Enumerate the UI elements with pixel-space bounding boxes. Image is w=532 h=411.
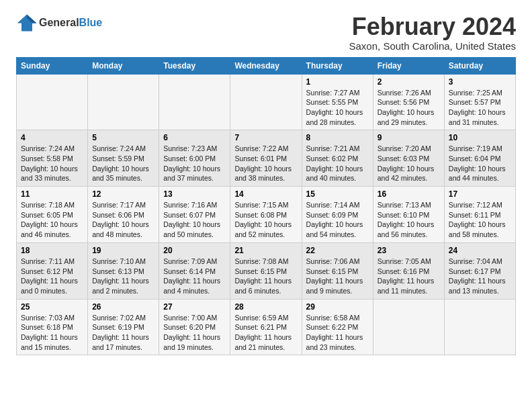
calendar-week-row: 4Sunrise: 7:24 AM Sunset: 5:58 PM Daylig… [17, 130, 516, 187]
calendar-cell: 3Sunrise: 7:25 AM Sunset: 5:57 PM Daylig… [444, 74, 515, 130]
day-number: 24 [449, 246, 511, 255]
weekday-header-sunday: Sunday [17, 57, 88, 74]
calendar-cell: 8Sunrise: 7:21 AM Sunset: 6:02 PM Daylig… [302, 130, 373, 187]
logo: GeneralBlue [16, 13, 102, 32]
weekday-header-thursday: Thursday [302, 57, 373, 74]
calendar-cell: 7Sunrise: 7:22 AM Sunset: 6:01 PM Daylig… [230, 130, 302, 187]
calendar-cell: 13Sunrise: 7:16 AM Sunset: 6:07 PM Dayli… [159, 187, 230, 243]
calendar-cell: 10Sunrise: 7:19 AM Sunset: 6:04 PM Dayli… [444, 130, 515, 187]
logo-icon [16, 13, 38, 32]
logo-text: GeneralBlue [39, 17, 102, 29]
day-info: Sunrise: 7:00 AM Sunset: 6:20 PM Dayligh… [163, 313, 226, 353]
day-info: Sunrise: 7:12 AM Sunset: 6:11 PM Dayligh… [449, 200, 511, 240]
day-number: 26 [92, 302, 154, 312]
weekday-header-wednesday: Wednesday [230, 57, 302, 74]
day-number: 1 [306, 77, 369, 87]
day-info: Sunrise: 6:58 AM Sunset: 6:22 PM Dayligh… [306, 313, 369, 353]
calendar-cell: 12Sunrise: 7:17 AM Sunset: 6:06 PM Dayli… [88, 187, 159, 243]
calendar-cell [373, 299, 444, 355]
calendar-cell: 15Sunrise: 7:14 AM Sunset: 6:09 PM Dayli… [302, 187, 373, 243]
weekday-header-row: SundayMondayTuesdayWednesdayThursdayFrid… [17, 57, 516, 74]
day-number: 8 [306, 133, 369, 142]
day-number: 3 [449, 77, 511, 87]
day-number: 20 [163, 246, 226, 255]
day-info: Sunrise: 7:16 AM Sunset: 6:07 PM Dayligh… [163, 200, 226, 240]
calendar-cell: 24Sunrise: 7:04 AM Sunset: 6:17 PM Dayli… [444, 242, 515, 299]
weekday-header-monday: Monday [88, 57, 159, 74]
day-info: Sunrise: 7:10 AM Sunset: 6:13 PM Dayligh… [92, 257, 154, 296]
calendar-cell: 25Sunrise: 7:03 AM Sunset: 6:18 PM Dayli… [17, 299, 88, 355]
day-number: 27 [163, 302, 226, 312]
day-number: 18 [21, 246, 83, 255]
calendar-cell: 2Sunrise: 7:26 AM Sunset: 5:56 PM Daylig… [373, 74, 444, 130]
day-number: 5 [92, 133, 154, 142]
calendar-cell: 21Sunrise: 7:08 AM Sunset: 6:15 PM Dayli… [230, 242, 302, 299]
day-number: 6 [163, 133, 226, 142]
day-info: Sunrise: 7:26 AM Sunset: 5:56 PM Dayligh… [378, 88, 440, 128]
day-info: Sunrise: 7:18 AM Sunset: 6:05 PM Dayligh… [21, 200, 83, 240]
day-info: Sunrise: 7:24 AM Sunset: 5:59 PM Dayligh… [92, 144, 154, 183]
day-info: Sunrise: 6:59 AM Sunset: 6:21 PM Dayligh… [234, 313, 297, 353]
day-number: 10 [449, 133, 511, 142]
calendar-week-row: 18Sunrise: 7:11 AM Sunset: 6:12 PM Dayli… [17, 242, 516, 299]
day-info: Sunrise: 7:23 AM Sunset: 6:00 PM Dayligh… [163, 144, 226, 183]
day-number: 22 [306, 246, 369, 255]
day-number: 21 [234, 246, 297, 255]
calendar-cell: 18Sunrise: 7:11 AM Sunset: 6:12 PM Dayli… [17, 242, 88, 299]
calendar-cell: 14Sunrise: 7:15 AM Sunset: 6:08 PM Dayli… [230, 187, 302, 243]
day-number: 2 [378, 77, 440, 87]
day-info: Sunrise: 7:04 AM Sunset: 6:17 PM Dayligh… [449, 257, 511, 296]
day-number: 12 [92, 189, 154, 199]
day-info: Sunrise: 7:08 AM Sunset: 6:15 PM Dayligh… [234, 257, 297, 296]
calendar-cell: 26Sunrise: 7:02 AM Sunset: 6:19 PM Dayli… [88, 299, 159, 355]
calendar-cell: 19Sunrise: 7:10 AM Sunset: 6:13 PM Dayli… [88, 242, 159, 299]
day-number: 11 [21, 189, 83, 199]
day-info: Sunrise: 7:20 AM Sunset: 6:03 PM Dayligh… [378, 144, 440, 183]
calendar-cell: 28Sunrise: 6:59 AM Sunset: 6:21 PM Dayli… [230, 299, 302, 355]
day-number: 19 [92, 246, 154, 255]
header: GeneralBlue February 2024 Saxon, South C… [16, 13, 516, 52]
day-number: 28 [234, 302, 297, 312]
day-info: Sunrise: 7:11 AM Sunset: 6:12 PM Dayligh… [21, 257, 83, 296]
subtitle: Saxon, South Carolina, United States [349, 40, 516, 52]
calendar-cell: 29Sunrise: 6:58 AM Sunset: 6:22 PM Dayli… [302, 299, 373, 355]
calendar-cell: 11Sunrise: 7:18 AM Sunset: 6:05 PM Dayli… [17, 187, 88, 243]
calendar-week-row: 25Sunrise: 7:03 AM Sunset: 6:18 PM Dayli… [17, 299, 516, 355]
calendar-week-row: 11Sunrise: 7:18 AM Sunset: 6:05 PM Dayli… [17, 187, 516, 243]
day-number: 17 [449, 189, 511, 199]
calendar-cell: 6Sunrise: 7:23 AM Sunset: 6:00 PM Daylig… [159, 130, 230, 187]
main-title: February 2024 [349, 13, 516, 40]
calendar-cell: 17Sunrise: 7:12 AM Sunset: 6:11 PM Dayli… [444, 187, 515, 243]
day-number: 16 [378, 189, 440, 199]
day-info: Sunrise: 7:13 AM Sunset: 6:10 PM Dayligh… [378, 200, 440, 240]
day-info: Sunrise: 7:02 AM Sunset: 6:19 PM Dayligh… [92, 313, 154, 353]
day-info: Sunrise: 7:09 AM Sunset: 6:14 PM Dayligh… [163, 257, 226, 296]
calendar-table: SundayMondayTuesdayWednesdayThursdayFrid… [16, 57, 516, 356]
day-info: Sunrise: 7:21 AM Sunset: 6:02 PM Dayligh… [306, 144, 369, 183]
weekday-header-saturday: Saturday [444, 57, 515, 74]
day-info: Sunrise: 7:17 AM Sunset: 6:06 PM Dayligh… [92, 200, 154, 240]
day-info: Sunrise: 7:25 AM Sunset: 5:57 PM Dayligh… [449, 88, 511, 128]
day-number: 29 [306, 302, 369, 312]
calendar-cell [88, 74, 159, 130]
day-info: Sunrise: 7:05 AM Sunset: 6:16 PM Dayligh… [378, 257, 440, 296]
weekday-header-tuesday: Tuesday [159, 57, 230, 74]
day-number: 15 [306, 189, 369, 199]
calendar-cell: 5Sunrise: 7:24 AM Sunset: 5:59 PM Daylig… [88, 130, 159, 187]
calendar-cell: 4Sunrise: 7:24 AM Sunset: 5:58 PM Daylig… [17, 130, 88, 187]
day-info: Sunrise: 7:27 AM Sunset: 5:55 PM Dayligh… [306, 88, 369, 128]
calendar-cell [17, 74, 88, 130]
day-info: Sunrise: 7:24 AM Sunset: 5:58 PM Dayligh… [21, 144, 83, 183]
calendar-cell: 1Sunrise: 7:27 AM Sunset: 5:55 PM Daylig… [302, 74, 373, 130]
day-number: 23 [378, 246, 440, 255]
day-info: Sunrise: 7:19 AM Sunset: 6:04 PM Dayligh… [449, 144, 511, 183]
calendar-cell: 16Sunrise: 7:13 AM Sunset: 6:10 PM Dayli… [373, 187, 444, 243]
calendar-week-row: 1Sunrise: 7:27 AM Sunset: 5:55 PM Daylig… [17, 74, 516, 130]
title-section: February 2024 Saxon, South Carolina, Uni… [349, 13, 516, 52]
day-number: 25 [21, 302, 83, 312]
day-number: 14 [234, 189, 297, 199]
day-info: Sunrise: 7:06 AM Sunset: 6:15 PM Dayligh… [306, 257, 369, 296]
calendar-cell: 23Sunrise: 7:05 AM Sunset: 6:16 PM Dayli… [373, 242, 444, 299]
calendar-cell [444, 299, 515, 355]
day-number: 7 [234, 133, 297, 142]
